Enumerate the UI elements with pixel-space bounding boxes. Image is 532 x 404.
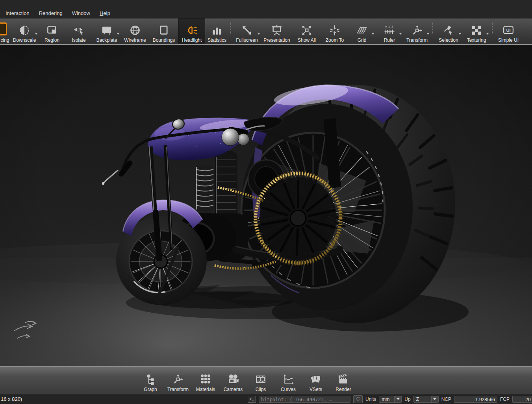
toolbar-separator — [229, 19, 232, 44]
toolbar-button-presentation[interactable]: Presentation — [261, 19, 292, 44]
dock-label: Clips — [256, 387, 266, 392]
toolbar-label: Ruler — [384, 37, 395, 43]
dropdown-arrow-icon[interactable] — [394, 396, 401, 402]
toolbar-label: Statistics — [208, 37, 226, 43]
backplate-icon — [101, 23, 113, 37]
dock-button-vsets[interactable]: VSets — [302, 367, 330, 394]
toolbar-button-headlight[interactable]: Headlight — [178, 19, 205, 44]
snap-c-button[interactable]: C — [353, 395, 363, 403]
isolate-eye-icon — [73, 23, 85, 37]
svg-text:UI: UI — [506, 28, 510, 33]
boundings-box-icon — [158, 23, 170, 37]
toolbar-button-raytracing-partial[interactable]: cing — [0, 19, 10, 44]
toolbar-label: Presentation — [263, 37, 290, 43]
svg-text:1: 1 — [388, 25, 390, 28]
toolbar-button-region[interactable]: Region — [39, 19, 65, 44]
menu-interaction[interactable]: Interaction — [1, 9, 34, 17]
toolbar-button-fullscreen[interactable]: Fullscreen — [232, 19, 261, 44]
hitpoint-field[interactable]: hitpoint: (-166.490723, … — [259, 396, 350, 403]
toolbar-button-selection[interactable]: Selection — [434, 19, 463, 44]
up-axis-label: Up — [404, 397, 410, 402]
units-value: mm — [379, 396, 394, 402]
toolbar-label: Wireframe — [124, 37, 146, 43]
dock-button-render[interactable]: Render — [330, 367, 357, 394]
dock-button-cameras[interactable]: Cameras — [219, 367, 247, 394]
units-dropdown[interactable]: mm — [379, 396, 402, 403]
grid-icon — [356, 23, 368, 37]
dock-label: Curves — [281, 387, 296, 392]
toolbar-button-downscale[interactable]: Downscale — [10, 19, 39, 44]
dropdown-arrow-icon[interactable] — [371, 33, 374, 35]
menu-bar: Interaction Rendering Window Help — [0, 0, 532, 19]
toolbar-button-simple-ui[interactable]: UI Simple UI — [494, 19, 523, 44]
ncp-input[interactable]: 1.928566 — [454, 396, 497, 403]
dock-button-materials[interactable]: Materials — [192, 367, 219, 394]
toolbar-button-show-all[interactable]: Show All — [292, 19, 321, 44]
ruler-icon: 012 — [384, 23, 395, 37]
fcp-input[interactable]: 20 — [512, 396, 532, 403]
toolbar-button-texturing[interactable]: Texturing — [463, 19, 490, 44]
render-clapperboard-icon — [337, 372, 349, 387]
toolbar-button-grid[interactable]: Grid — [348, 19, 376, 44]
toolbar-label: Transform — [406, 37, 428, 43]
toolbar-label: Fullscreen — [236, 37, 258, 43]
dock-label: Render — [336, 387, 351, 392]
transform-move-icon — [411, 23, 423, 37]
main-toolbar: cing Downscale Region Isolate Bac — [0, 19, 532, 45]
console-icon[interactable]: >_ — [248, 396, 256, 403]
application-window: Interaction Rendering Window Help cing D… — [0, 0, 532, 404]
up-axis-value: Z — [414, 396, 431, 402]
dropdown-arrow-icon[interactable] — [458, 33, 462, 35]
selection-tool-icon — [443, 23, 454, 37]
toolbar-button-boundings[interactable]: Boundings — [149, 19, 178, 44]
menu-rendering[interactable]: Rendering — [34, 9, 67, 17]
dock-button-clips[interactable]: Clips — [247, 367, 274, 394]
toolbar-label: Grid — [358, 37, 367, 43]
dropdown-arrow-icon[interactable] — [35, 33, 38, 35]
fullscreen-arrows-icon — [241, 23, 253, 37]
toolbar-button-zoom-to[interactable]: Zoom To — [321, 19, 348, 44]
toolbar-button-statistics[interactable]: Statistics — [205, 19, 229, 44]
region-icon — [46, 23, 58, 37]
up-axis-dropdown[interactable]: Z — [413, 396, 439, 403]
dropdown-arrow-icon[interactable] — [257, 33, 260, 35]
filmstrip-icon — [255, 372, 267, 387]
dock-button-curves[interactable]: Curves — [274, 367, 302, 394]
toolbar-label: Boundings — [153, 37, 175, 43]
menu-help[interactable]: Help — [95, 9, 115, 17]
presentation-screen-icon — [271, 23, 283, 37]
toolbar-button-wireframe[interactable]: Wireframe — [121, 19, 149, 44]
dock-label: Materials — [196, 387, 215, 392]
menu-window[interactable]: Window — [67, 9, 95, 17]
toolbar-label: Texturing — [467, 37, 486, 43]
dropdown-arrow-icon[interactable] — [399, 33, 402, 35]
toolbar-label: Isolate — [72, 37, 85, 43]
viewport-3d[interactable] — [0, 45, 532, 366]
toolbar-separator — [431, 19, 434, 44]
texturing-checker-icon — [471, 23, 482, 37]
simple-ui-icon: UI — [502, 23, 514, 37]
dock-label: VSets — [310, 387, 322, 392]
motorcycle-render — [0, 45, 532, 366]
toolbar-button-isolate[interactable]: Isolate — [65, 19, 93, 44]
toolbar-label: Headlight — [182, 37, 202, 43]
toolbar-label: Backplate — [96, 37, 117, 43]
wireframe-globe-icon — [129, 23, 141, 37]
dock-label: Cameras — [224, 387, 243, 392]
toolbar-button-ruler[interactable]: 012 Ruler — [376, 19, 403, 44]
toolbar-label: Simple UI — [498, 37, 519, 43]
fcp-label: FCP — [500, 397, 510, 402]
toolbar-button-transform[interactable]: Transform — [403, 19, 431, 44]
dropdown-arrow-icon[interactable] — [486, 33, 489, 35]
downscale-icon — [19, 23, 30, 37]
dropdown-arrow-icon[interactable] — [117, 33, 120, 35]
dropdown-arrow-icon[interactable] — [426, 33, 430, 35]
dropdown-arrow-icon[interactable] — [431, 396, 438, 402]
dock-button-graph[interactable]: Graph — [137, 367, 164, 394]
toolbar-label: Downscale — [13, 37, 36, 43]
toolbar-button-backplate[interactable]: Backplate — [93, 19, 121, 44]
units-label: Units — [365, 397, 376, 402]
dock-button-transform[interactable]: Transform — [164, 367, 192, 394]
vsets-cards-icon — [310, 372, 322, 387]
curves-icon — [282, 372, 294, 387]
